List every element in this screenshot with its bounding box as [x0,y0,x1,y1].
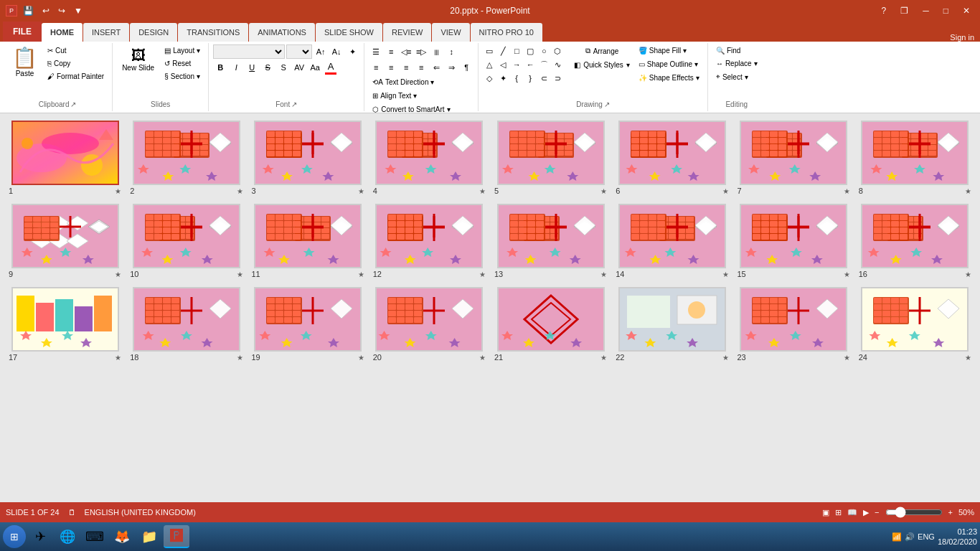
sign-in-link[interactable]: Sign in [950,33,974,42]
customize-qat-button[interactable]: ▼ [71,4,85,17]
slide-item-6[interactable]: 6★ [614,121,730,195]
shape-line[interactable]: ╱ [496,44,509,57]
zoom-slider[interactable] [885,507,943,518]
align-right-button[interactable]: ≡ [399,60,413,75]
redo-qat-button[interactable]: ↪ [55,4,68,17]
slide-item-11[interactable]: 11★ [250,204,366,278]
slide-item-21[interactable]: 21★ [493,287,608,362]
drawing-expand-icon[interactable]: ↗ [604,100,610,108]
slide-item-2[interactable]: 2★ [128,121,244,195]
notes-icon[interactable]: 🗒 [68,508,76,517]
increase-indent-button[interactable]: ≡▷ [414,44,428,59]
font-name-select[interactable] [213,44,285,59]
clipboard-expand-icon[interactable]: ↗ [70,100,76,108]
restore-button[interactable]: ❐ [896,4,913,17]
shape-triangle[interactable]: △ [483,58,496,71]
tab-review[interactable]: REVIEW [383,23,431,42]
shape-curve[interactable]: ⌒ [537,58,550,71]
taskbar-telegram[interactable]: ✈ [27,525,53,548]
slide-item-18[interactable]: 18★ [128,287,244,362]
shape-diamond[interactable]: ◇ [483,72,496,85]
align-left-button[interactable]: ≡ [369,60,383,75]
slide-item-5[interactable]: 5★ [493,121,608,195]
font-expand-icon[interactable]: ↗ [291,100,297,108]
align-text-button[interactable]: ⊞ Align Text▾ [369,90,473,102]
paste-button[interactable]: 📋 Paste [7,44,42,82]
shape-ellipse[interactable]: ○ [537,44,550,57]
rtl-button[interactable]: ⇐ [429,60,443,75]
zoom-in-icon[interactable]: + [948,508,953,517]
slide-sorter-icon[interactable]: ⊞ [835,508,842,517]
text-direction-button[interactable]: ⟲A Text Direction▾ [369,76,473,88]
shape-outline-button[interactable]: ▭ Shape Outline▾ [635,58,703,70]
align-center-button[interactable]: ≡ [384,60,398,75]
shape-brace-r[interactable]: } [524,72,537,85]
line-spacing-button[interactable]: ↕ [444,44,458,59]
tab-animations[interactable]: ANIMATIONS [249,23,315,42]
slide-item-8[interactable]: 8★ [857,121,973,195]
slide-item-16[interactable]: 16★ [857,204,973,278]
section-button[interactable]: § Section▾ [161,70,204,83]
ltr-button[interactable]: ⇒ [444,60,458,75]
quick-styles-button[interactable]: ◧ Quick Styles▾ [570,59,633,71]
undo-qat-button[interactable]: ↩ [39,4,52,17]
slide-item-7[interactable]: 7★ [736,121,852,195]
replace-button[interactable]: ↔ Replace▾ [712,57,761,70]
shape-rect2[interactable]: □ [510,44,523,57]
slide-item-22[interactable]: 22★ [614,287,730,362]
underline-button[interactable]: U [245,60,259,75]
tab-view[interactable]: VIEW [432,23,469,42]
bullets-button[interactable]: ☰ [369,44,383,59]
tab-design[interactable]: DESIGN [130,23,177,42]
shape-custom1[interactable]: ⊂ [537,72,550,85]
start-button[interactable]: ⊞ [3,525,26,548]
save-qat-button[interactable]: 💾 [20,4,37,17]
shape-rtriangle[interactable]: ◁ [496,58,509,71]
reset-button[interactable]: ↺ Reset [161,57,204,70]
tab-home[interactable]: HOME [42,23,83,42]
shape-round-rect[interactable]: ▢ [524,44,537,57]
find-button[interactable]: 🔍 Find [712,44,761,57]
clear-format-button[interactable]: ✦ [345,44,359,59]
normal-view-icon[interactable]: ▣ [822,508,829,517]
slide-item-15[interactable]: 15★ [736,204,852,278]
shape-custom2[interactable]: ⊃ [551,72,564,85]
numbering-button[interactable]: ≡ [384,44,398,59]
maximize-button[interactable]: □ [939,4,953,17]
reading-view-icon[interactable]: 📖 [847,508,857,517]
font-grow-button[interactable]: A↑ [314,44,328,59]
copy-button[interactable]: ⎘ Copy [44,57,108,70]
tab-file[interactable]: FILE [3,22,42,42]
slide-item-3[interactable]: 3★ [250,121,366,195]
shape-freeform[interactable]: ∿ [551,58,564,71]
minimize-button[interactable]: ─ [918,4,933,17]
slideshow-icon[interactable]: ▶ [863,508,869,517]
shape-arrow[interactable]: → [510,58,523,71]
tab-nitro[interactable]: NITRO PRO 10 [471,23,542,42]
shape-rect[interactable]: ▭ [483,44,496,57]
shape-more[interactable]: ⬡ [551,44,564,57]
tab-insert[interactable]: INSERT [83,23,129,42]
shadow-button[interactable]: S [276,60,291,75]
slide-item-13[interactable]: 13★ [493,204,608,278]
taskbar-explorer[interactable]: 📁 [136,525,162,548]
taskbar-ie[interactable]: 🌐 [55,525,80,548]
slide-item-24[interactable]: 24★ [857,287,973,362]
font-size-select[interactable] [286,44,312,59]
taskbar-clock[interactable]: 01:23 18/02/2020 [938,527,977,547]
slide-item-23[interactable]: 23★ [736,287,852,362]
slide-item-20[interactable]: 20★ [372,287,487,362]
shape-star[interactable]: ✦ [496,72,509,85]
cut-button[interactable]: ✂ Cut [44,44,108,57]
taskbar-powerpoint[interactable]: 🅿 [164,525,189,548]
font-color-icon[interactable]: A [328,61,334,72]
bold-button[interactable]: B [213,60,227,75]
columns-button[interactable]: ⫼ [429,44,443,59]
decrease-indent-button[interactable]: ◁≡ [399,44,413,59]
para-options-button[interactable]: ¶ [459,60,473,75]
close-button[interactable]: ✕ [958,4,974,17]
zoom-out-icon[interactable]: − [875,508,879,517]
slide-item-19[interactable]: 19★ [250,287,366,362]
slide-item-17[interactable]: 17★ [7,287,123,362]
font-shrink-button[interactable]: A↓ [329,44,344,59]
